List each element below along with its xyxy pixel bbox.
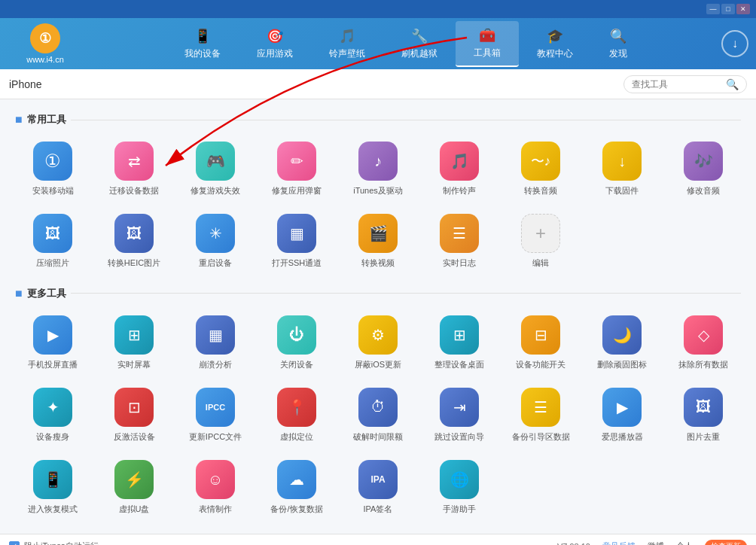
tool-edit[interactable]: + 编辑 xyxy=(503,208,578,274)
tool-device-switch-label: 设备功能开关 xyxy=(516,359,565,370)
tool-virtual-location[interactable]: 📍 虚拟定位 xyxy=(259,382,334,448)
search-input[interactable] xyxy=(632,79,722,90)
nav-discover[interactable]: 🔍 发现 xyxy=(591,22,645,66)
tool-shutdown-icon: ⏻ xyxy=(277,315,316,355)
tool-compress-photo-icon: 🖼 xyxy=(33,214,72,253)
minimize-button[interactable]: — xyxy=(706,4,720,14)
common-tools-section-title: ■ 常用工具 xyxy=(15,113,741,126)
tool-fix-game-icon: 🎮 xyxy=(196,142,235,181)
update-button[interactable]: 检查更新 xyxy=(705,540,747,546)
tool-fix-popup-label: 修复应用弹窗 xyxy=(272,185,322,196)
nav-my-device[interactable]: 📱 我的设备 xyxy=(166,22,239,66)
tool-itunes-driver[interactable]: ♪ iTunes及驱动 xyxy=(340,135,416,202)
tool-edit-icon: + xyxy=(521,214,560,253)
tool-reboot-label: 重启设备 xyxy=(199,257,232,268)
main-nav: 📱 我的设备 🎯 应用游戏 🎵 铃声壁纸 🔧 刷机越狱 🧰 工具箱 🎓 xyxy=(90,21,721,67)
nav-apps-games-label: 应用游戏 xyxy=(257,47,293,60)
tool-game-assistant[interactable]: 🌐 手游助手 xyxy=(422,454,497,520)
nav-tutorials[interactable]: 🎓 教程中心 xyxy=(519,22,591,66)
tool-block-update-icon: ⚙ xyxy=(358,315,398,355)
tool-convert-heic[interactable]: 🖼 转换HEIC图片 xyxy=(96,208,172,274)
tool-slim-device-label: 设备瘦身 xyxy=(36,431,69,442)
tool-fix-game[interactable]: 🎮 修复游戏失效 xyxy=(178,135,253,202)
tool-realtime-log-icon: ☰ xyxy=(440,214,479,253)
tool-itunes-driver-icon: ♪ xyxy=(358,142,398,181)
nav-jailbreak[interactable]: 🔧 刷机越狱 xyxy=(383,22,456,66)
footer-left: ✓ 阻止iTunes自动运行 xyxy=(9,540,99,545)
tool-itunes-driver-label: iTunes及驱动 xyxy=(353,185,403,196)
tool-migrate-data[interactable]: ⇄ 迁移设备数据 xyxy=(96,135,172,202)
tool-make-ringtone-label: 制作铃声 xyxy=(443,185,476,196)
tool-organize-desktop[interactable]: ⊞ 整理设备桌面 xyxy=(422,309,497,376)
tool-install-app[interactable]: ① 安装移动端 xyxy=(15,135,90,202)
tool-convert-audio[interactable]: 〜♪ 转换音频 xyxy=(503,135,578,202)
tool-shutdown-label: 关闭设备 xyxy=(280,359,313,370)
tool-wipe-data[interactable]: ◇ 抹除所有数据 xyxy=(666,309,741,376)
itunes-checkbox[interactable]: ✓ xyxy=(9,541,20,546)
tool-backup-partition[interactable]: ☰ 备份引导区数据 xyxy=(503,382,578,448)
tool-make-ringtone[interactable]: 🎵 制作铃声 xyxy=(422,135,497,202)
tool-compress-photo[interactable]: 🖼 压缩照片 xyxy=(15,208,90,274)
tool-slim-device[interactable]: ✦ 设备瘦身 xyxy=(15,382,90,448)
tool-ipa-sign-label: IPA签名 xyxy=(364,504,393,514)
tool-download-firmware-label: 下载固件 xyxy=(605,185,639,196)
tool-backup-restore[interactable]: ☁ 备份/恢复数据 xyxy=(259,454,334,520)
tool-crash-analysis[interactable]: ▦ 崩溃分析 xyxy=(178,309,253,376)
window-controls[interactable]: — □ ✕ xyxy=(706,4,750,14)
nav-toolbox-icon: 🧰 xyxy=(479,27,495,44)
tool-reboot[interactable]: ✳ 重启设备 xyxy=(178,208,253,274)
nav-ringtones-icon: 🎵 xyxy=(339,28,355,44)
tool-player[interactable]: ▶ 爱思播放器 xyxy=(584,382,660,448)
tool-deactivate[interactable]: ⊡ 反激活设备 xyxy=(96,382,172,448)
maximize-button[interactable]: □ xyxy=(721,4,735,14)
nav-apps-games[interactable]: 🎯 应用游戏 xyxy=(239,22,311,66)
tool-modify-audio[interactable]: 🎶 修改音频 xyxy=(666,135,741,202)
version-text: V7.98.10 xyxy=(557,542,590,546)
weixin-text: 个人 xyxy=(676,540,693,545)
tool-virtual-location-label: 虚拟定位 xyxy=(280,431,313,442)
tool-jump-settings-label: 跳过设置向导 xyxy=(434,431,484,442)
tool-real-screen[interactable]: ⊞ 实时屏幕 xyxy=(96,309,172,376)
tool-emoji-maker[interactable]: ☺ 表情制作 xyxy=(178,454,253,520)
tool-realtime-log[interactable]: ☰ 实时日志 xyxy=(422,208,497,274)
tool-delete-icons[interactable]: 🌙 删除顽固图标 xyxy=(584,309,660,376)
tool-virtual-usb[interactable]: ⚡ 虚拟U盘 xyxy=(96,454,172,520)
tool-jump-settings[interactable]: ⇥ 跳过设置向导 xyxy=(422,382,497,448)
tool-update-ipcc[interactable]: IPCC 更新IPCC文件 xyxy=(178,382,253,448)
tool-block-update[interactable]: ⚙ 屏蔽iOS更新 xyxy=(340,309,416,376)
tool-delete-icons-label: 删除顽固图标 xyxy=(597,359,647,370)
tool-convert-audio-icon: 〜♪ xyxy=(521,142,560,181)
tool-device-switch[interactable]: ⊟ 设备功能开关 xyxy=(503,309,578,376)
tool-shutdown[interactable]: ⏻ 关闭设备 xyxy=(259,309,334,376)
tool-fix-popup[interactable]: ✏ 修复应用弹窗 xyxy=(259,135,334,202)
nav-apps-games-icon: 🎯 xyxy=(267,28,283,44)
tool-ipa-sign[interactable]: IPA IPA签名 xyxy=(340,454,416,520)
tool-download-firmware[interactable]: ↓ 下载固件 xyxy=(584,135,660,202)
tool-screen-cast[interactable]: ▶ 手机投屏直播 xyxy=(15,309,90,376)
search-icon: 🔍 xyxy=(726,78,739,90)
tool-install-app-label: 安装移动端 xyxy=(32,185,74,196)
search-box[interactable]: 🔍 xyxy=(623,75,747,93)
tool-break-time[interactable]: ⏱ 破解时间限额 xyxy=(340,382,416,448)
weibo-link[interactable]: 微博 xyxy=(648,540,664,545)
download-button[interactable]: ↓ xyxy=(721,30,748,57)
toolbar: iPhone 🔍 xyxy=(0,69,756,99)
tool-crash-analysis-icon: ▦ xyxy=(196,315,235,355)
tool-photo-dedup[interactable]: 🖼 图片去重 xyxy=(666,382,741,448)
tool-ssh[interactable]: ▦ 打开SSH通道 xyxy=(259,208,334,274)
tool-block-update-label: 屏蔽iOS更新 xyxy=(355,359,401,370)
close-button[interactable]: ✕ xyxy=(736,4,750,14)
tool-convert-video[interactable]: 🎬 转换视频 xyxy=(340,208,416,274)
nav-toolbox-label: 工具箱 xyxy=(474,47,501,59)
tool-recovery-mode[interactable]: 📱 进入恢复模式 xyxy=(15,454,90,520)
nav-tutorials-label: 教程中心 xyxy=(537,47,573,60)
nav-toolbox[interactable]: 🧰 工具箱 xyxy=(456,21,519,67)
feedback-link[interactable]: 意见反馈 xyxy=(602,540,636,545)
nav-ringtones[interactable]: 🎵 铃声壁纸 xyxy=(311,22,383,66)
tool-real-screen-icon: ⊞ xyxy=(114,315,154,355)
device-name: iPhone xyxy=(9,78,623,90)
tool-deactivate-label: 反激活设备 xyxy=(114,431,155,442)
tool-install-app-icon: ① xyxy=(33,142,72,181)
nav-jailbreak-icon: 🔧 xyxy=(411,28,428,44)
common-tools-grid: ① 安装移动端 ⇄ 迁移设备数据 🎮 修复游戏失效 ✏ 修复应用弹窗 ♪ iTu… xyxy=(15,135,741,275)
